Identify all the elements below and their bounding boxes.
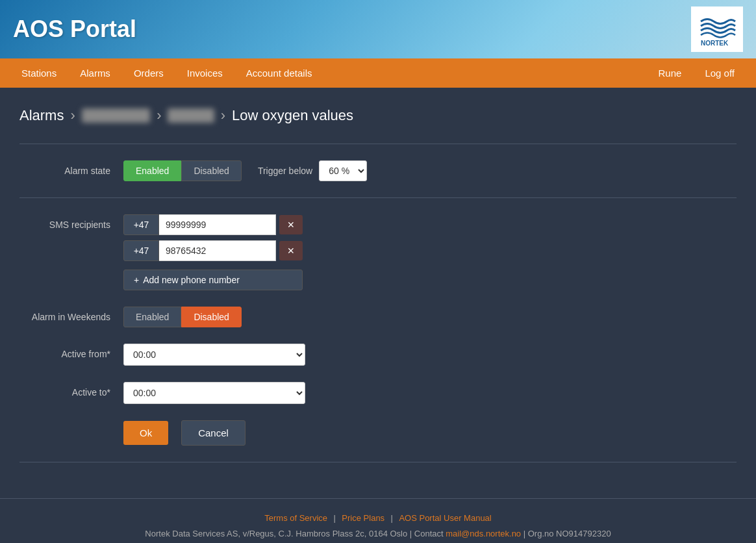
- alarm-state-toggle: Enabled Disabled: [123, 160, 242, 181]
- breadcrumb: Alarms › Larøy Midt + › S30023 › Low oxy…: [19, 107, 737, 124]
- cancel-button[interactable]: Cancel: [181, 420, 246, 446]
- header: AOS Portal NORTEK: [0, 0, 756, 58]
- action-spacer: [19, 420, 123, 425]
- breadcrumb-station[interactable]: Larøy Midt +: [82, 108, 150, 123]
- nav-logout[interactable]: Log off: [693, 58, 746, 88]
- sms-entry-2: +47 ✕: [123, 240, 303, 261]
- terms-link[interactable]: Terms of Service: [264, 513, 327, 523]
- breadcrumb-sensor[interactable]: S30023: [168, 108, 214, 123]
- nortek-logo: NORTEK: [698, 12, 737, 47]
- trigger-below-label: Trigger below: [258, 166, 312, 176]
- phone-input-2[interactable]: [159, 240, 276, 261]
- breadcrumb-sep-1: ›: [70, 107, 75, 124]
- nav-left: Stations Alarms Orders Invoices Account …: [10, 58, 323, 88]
- navigation: Stations Alarms Orders Invoices Account …: [0, 58, 756, 88]
- footer-sep-2: |: [391, 513, 393, 523]
- svg-text:NORTEK: NORTEK: [701, 40, 729, 47]
- nav-right: Rune Log off: [647, 58, 746, 88]
- nav-invoices[interactable]: Invoices: [175, 58, 234, 88]
- weekend-alarm-row: Alarm in Weekends Enabled Disabled: [19, 307, 737, 327]
- footer-org: | Org.no NO914792320: [523, 529, 611, 538]
- divider-top: [19, 144, 737, 144]
- footer-email[interactable]: mail@nds.nortek.no: [446, 529, 521, 538]
- nav-user: Rune: [647, 58, 694, 88]
- weekend-toggle: Enabled Disabled: [123, 307, 242, 327]
- logo-container: NORTEK: [691, 6, 743, 52]
- active-from-label: Active from*: [19, 344, 123, 359]
- sms-controls: +47 ✕ +47 ✕ + Add new phone number: [123, 214, 303, 290]
- manual-link[interactable]: AOS Portal User Manual: [399, 513, 491, 523]
- remove-phone-2[interactable]: ✕: [279, 241, 303, 260]
- alarm-state-label: Alarm state: [19, 160, 123, 176]
- active-to-row: Active to* 00:00 01:00 06:00 08:00 12:00…: [19, 382, 737, 404]
- country-code-1: +47: [123, 214, 159, 235]
- action-row: Ok Cancel: [19, 420, 737, 446]
- footer-company-text: Nortek Data Services AS, v/Regus, C.J. H…: [145, 529, 443, 538]
- footer-links: Terms of Service | Price Plans | AOS Por…: [0, 512, 756, 524]
- alarm-disabled-button[interactable]: Disabled: [181, 160, 241, 181]
- divider-mid: [19, 197, 737, 198]
- action-controls: Ok Cancel: [123, 420, 246, 446]
- active-to-label: Active to*: [19, 382, 123, 398]
- country-code-2: +47: [123, 240, 159, 261]
- active-to-controls: 00:00 01:00 06:00 08:00 12:00 18:00 22:0…: [123, 382, 305, 404]
- sms-entry-1: +47 ✕: [123, 214, 303, 235]
- nav-orders[interactable]: Orders: [122, 58, 175, 88]
- footer-company: Nortek Data Services AS, v/Regus, C.J. H…: [0, 529, 756, 538]
- remove-phone-1[interactable]: ✕: [279, 215, 303, 234]
- alarm-enabled-button[interactable]: Enabled: [123, 160, 181, 181]
- divider-bottom: [19, 462, 737, 462]
- breadcrumb-current: Low oxygen values: [232, 107, 353, 124]
- ok-button[interactable]: Ok: [123, 421, 168, 445]
- app-title: AOS Portal: [13, 16, 136, 43]
- active-to-select[interactable]: 00:00 01:00 06:00 08:00 12:00 18:00 22:0…: [123, 382, 305, 404]
- weekend-enabled-button[interactable]: Enabled: [123, 307, 181, 327]
- active-from-select[interactable]: 00:00 01:00 06:00 08:00 12:00 18:00 22:0…: [123, 344, 305, 366]
- trigger-select[interactable]: 60 % 50 % 55 % 65 % 70 %: [319, 160, 367, 181]
- weekend-label: Alarm in Weekends: [19, 307, 123, 322]
- nav-alarms[interactable]: Alarms: [68, 58, 122, 88]
- active-from-row: Active from* 00:00 01:00 06:00 08:00 12:…: [19, 344, 737, 366]
- footer-sep-1: |: [334, 513, 336, 523]
- nav-stations[interactable]: Stations: [10, 58, 68, 88]
- plus-icon: +: [134, 275, 139, 285]
- logo-svg: NORTEK: [698, 12, 737, 47]
- alarm-state-controls: Enabled Disabled Trigger below 60 % 50 %…: [123, 160, 367, 181]
- footer: Terms of Service | Price Plans | AOS Por…: [0, 498, 756, 543]
- main-content: Alarms › Larøy Midt + › S30023 › Low oxy…: [0, 88, 756, 498]
- weekend-disabled-button[interactable]: Disabled: [181, 307, 241, 327]
- add-phone-label: Add new phone number: [143, 275, 240, 285]
- breadcrumb-sep-3: ›: [221, 107, 225, 124]
- active-from-controls: 00:00 01:00 06:00 08:00 12:00 18:00 22:0…: [123, 344, 305, 366]
- alarm-state-row: Alarm state Enabled Disabled Trigger bel…: [19, 160, 737, 181]
- phone-input-1[interactable]: [159, 214, 276, 235]
- sms-recipients-row: SMS recipients +47 ✕ +47 ✕ + Add new pho…: [19, 214, 737, 290]
- weekend-controls: Enabled Disabled: [123, 307, 242, 327]
- add-phone-button[interactable]: + Add new phone number: [123, 270, 303, 290]
- nav-account-details[interactable]: Account details: [234, 58, 324, 88]
- sms-label: SMS recipients: [19, 214, 123, 230]
- price-link[interactable]: Price Plans: [342, 513, 384, 523]
- breadcrumb-alarms[interactable]: Alarms: [19, 107, 64, 124]
- breadcrumb-sep-2: ›: [157, 107, 161, 124]
